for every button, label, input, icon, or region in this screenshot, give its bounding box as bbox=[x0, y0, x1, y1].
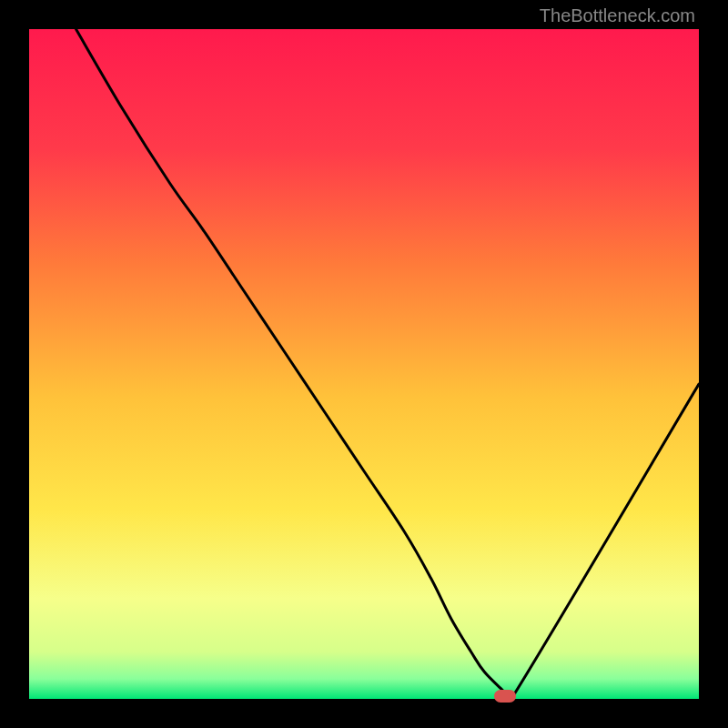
plot-area bbox=[29, 29, 699, 699]
chart-curve bbox=[29, 29, 699, 699]
watermark-text: TheBottleneck.com bbox=[540, 5, 695, 26]
chart-container: TheBottleneck.com bbox=[0, 0, 728, 728]
data-marker bbox=[494, 690, 516, 703]
